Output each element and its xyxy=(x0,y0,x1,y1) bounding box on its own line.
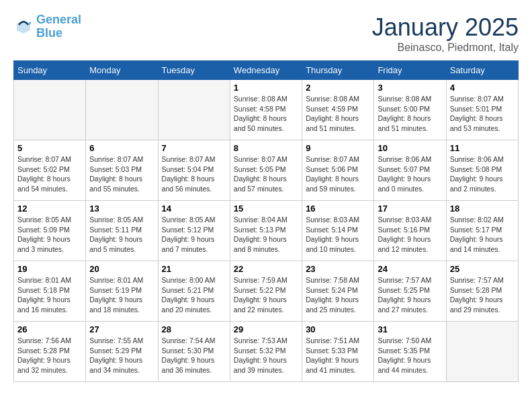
logo-line1: General xyxy=(36,13,81,26)
day-number: 8 xyxy=(234,143,298,153)
day-number: 5 xyxy=(17,143,82,153)
calendar-cell: 28Sunrise: 7:54 AMSunset: 5:30 PMDayligh… xyxy=(158,322,230,382)
calendar-cell: 10Sunrise: 8:06 AMSunset: 5:07 PMDayligh… xyxy=(374,140,446,201)
calendar-cell: 3Sunrise: 8:08 AMSunset: 5:00 PMDaylight… xyxy=(374,80,446,140)
calendar-week-3: 12Sunrise: 8:05 AMSunset: 5:09 PMDayligh… xyxy=(14,201,519,261)
calendar-cell xyxy=(86,80,158,140)
day-info: Sunrise: 8:08 AMSunset: 4:59 PMDaylight:… xyxy=(306,94,370,134)
calendar-cell: 25Sunrise: 7:57 AMSunset: 5:28 PMDayligh… xyxy=(446,261,518,322)
calendar-cell: 22Sunrise: 7:59 AMSunset: 5:22 PMDayligh… xyxy=(230,261,302,322)
calendar-cell: 31Sunrise: 7:50 AMSunset: 5:35 PMDayligh… xyxy=(374,322,446,382)
calendar-cell: 5Sunrise: 8:07 AMSunset: 5:02 PMDaylight… xyxy=(14,140,86,201)
calendar-cell: 11Sunrise: 8:06 AMSunset: 5:08 PMDayligh… xyxy=(446,140,518,201)
header-saturday: Saturday xyxy=(446,61,518,80)
calendar-cell: 29Sunrise: 7:53 AMSunset: 5:32 PMDayligh… xyxy=(230,322,302,382)
day-number: 14 xyxy=(162,203,226,214)
day-number: 15 xyxy=(234,203,298,214)
day-info: Sunrise: 8:04 AMSunset: 5:13 PMDaylight:… xyxy=(234,215,298,255)
day-info: Sunrise: 8:07 AMSunset: 5:04 PMDaylight:… xyxy=(162,154,226,194)
header-sunday: Sunday xyxy=(14,61,86,80)
day-number: 21 xyxy=(162,264,226,274)
calendar-cell: 19Sunrise: 8:01 AMSunset: 5:18 PMDayligh… xyxy=(14,261,86,322)
day-number: 10 xyxy=(378,143,442,153)
day-number: 29 xyxy=(234,324,298,334)
day-number: 23 xyxy=(306,264,370,274)
day-number: 25 xyxy=(450,264,515,274)
day-info: Sunrise: 8:07 AMSunset: 5:05 PMDaylight:… xyxy=(234,154,298,194)
calendar-table: SundayMondayTuesdayWednesdayThursdayFrid… xyxy=(13,60,519,382)
day-number: 4 xyxy=(450,83,515,93)
day-number: 31 xyxy=(378,324,442,334)
calendar-cell: 13Sunrise: 8:05 AMSunset: 5:11 PMDayligh… xyxy=(86,201,158,261)
day-number: 22 xyxy=(234,264,298,274)
day-number: 19 xyxy=(17,264,82,274)
calendar-cell: 1Sunrise: 8:08 AMSunset: 4:58 PMDaylight… xyxy=(230,80,302,140)
day-info: Sunrise: 7:57 AMSunset: 5:28 PMDaylight:… xyxy=(450,275,515,315)
day-info: Sunrise: 8:05 AMSunset: 5:12 PMDaylight:… xyxy=(162,215,226,255)
day-info: Sunrise: 7:53 AMSunset: 5:32 PMDaylight:… xyxy=(234,336,298,375)
day-info: Sunrise: 8:01 AMSunset: 5:18 PMDaylight:… xyxy=(17,275,82,315)
day-number: 24 xyxy=(378,264,442,274)
calendar-week-1: 1Sunrise: 8:08 AMSunset: 4:58 PMDaylight… xyxy=(14,80,519,140)
day-info: Sunrise: 7:57 AMSunset: 5:25 PMDaylight:… xyxy=(378,275,442,315)
calendar-week-5: 26Sunrise: 7:56 AMSunset: 5:28 PMDayligh… xyxy=(14,322,519,382)
page-header: General Blue January 2025 Beinasco, Pied… xyxy=(13,13,519,54)
day-info: Sunrise: 7:59 AMSunset: 5:22 PMDaylight:… xyxy=(234,275,298,315)
day-number: 6 xyxy=(89,143,154,153)
calendar-cell: 2Sunrise: 8:08 AMSunset: 4:59 PMDaylight… xyxy=(302,80,374,140)
calendar-cell: 17Sunrise: 8:03 AMSunset: 5:16 PMDayligh… xyxy=(374,201,446,261)
day-info: Sunrise: 8:06 AMSunset: 5:07 PMDaylight:… xyxy=(378,154,442,194)
header-thursday: Thursday xyxy=(302,61,374,80)
day-info: Sunrise: 8:08 AMSunset: 4:58 PMDaylight:… xyxy=(234,94,298,134)
calendar-cell: 20Sunrise: 8:01 AMSunset: 5:19 PMDayligh… xyxy=(86,261,158,322)
day-info: Sunrise: 8:07 AMSunset: 5:02 PMDaylight:… xyxy=(17,154,82,194)
day-info: Sunrise: 8:03 AMSunset: 5:16 PMDaylight:… xyxy=(378,215,442,255)
calendar-cell: 16Sunrise: 8:03 AMSunset: 5:14 PMDayligh… xyxy=(302,201,374,261)
calendar-cell xyxy=(446,322,518,382)
day-info: Sunrise: 8:07 AMSunset: 5:01 PMDaylight:… xyxy=(450,94,515,134)
logo-line2: Blue xyxy=(36,26,62,40)
calendar-cell: 21Sunrise: 8:00 AMSunset: 5:21 PMDayligh… xyxy=(158,261,230,322)
calendar-week-2: 5Sunrise: 8:07 AMSunset: 5:02 PMDaylight… xyxy=(14,140,519,201)
day-number: 9 xyxy=(306,143,370,153)
month-title: January 2025 xyxy=(372,13,519,42)
header-monday: Monday xyxy=(86,61,158,80)
day-info: Sunrise: 8:06 AMSunset: 5:08 PMDaylight:… xyxy=(450,154,515,194)
calendar-cell: 7Sunrise: 8:07 AMSunset: 5:04 PMDaylight… xyxy=(158,140,230,201)
location: Beinasco, Piedmont, Italy xyxy=(372,42,519,54)
day-info: Sunrise: 8:01 AMSunset: 5:19 PMDaylight:… xyxy=(89,275,154,315)
day-info: Sunrise: 8:03 AMSunset: 5:14 PMDaylight:… xyxy=(306,215,370,255)
logo-icon xyxy=(13,17,34,37)
calendar-cell: 18Sunrise: 8:02 AMSunset: 5:17 PMDayligh… xyxy=(446,201,518,261)
calendar-cell xyxy=(158,80,230,140)
day-info: Sunrise: 8:05 AMSunset: 5:09 PMDaylight:… xyxy=(17,215,82,255)
day-info: Sunrise: 7:56 AMSunset: 5:28 PMDaylight:… xyxy=(17,336,82,375)
day-number: 3 xyxy=(378,83,442,93)
day-number: 13 xyxy=(89,203,154,214)
day-info: Sunrise: 7:50 AMSunset: 5:35 PMDaylight:… xyxy=(378,336,442,375)
day-number: 26 xyxy=(17,324,82,334)
day-number: 2 xyxy=(306,83,370,93)
title-block: January 2025 Beinasco, Piedmont, Italy xyxy=(372,13,519,54)
day-number: 18 xyxy=(450,203,515,214)
calendar-cell: 23Sunrise: 7:58 AMSunset: 5:24 PMDayligh… xyxy=(302,261,374,322)
calendar-cell: 8Sunrise: 8:07 AMSunset: 5:05 PMDaylight… xyxy=(230,140,302,201)
day-number: 1 xyxy=(234,83,298,93)
day-number: 30 xyxy=(306,324,370,334)
logo: General Blue xyxy=(13,13,81,40)
calendar-cell: 12Sunrise: 8:05 AMSunset: 5:09 PMDayligh… xyxy=(14,201,86,261)
day-number: 17 xyxy=(378,203,442,214)
day-number: 27 xyxy=(89,324,154,334)
calendar-cell xyxy=(14,80,86,140)
day-info: Sunrise: 7:54 AMSunset: 5:30 PMDaylight:… xyxy=(162,336,226,375)
day-number: 11 xyxy=(450,143,515,153)
logo-text: General Blue xyxy=(36,13,81,40)
day-number: 7 xyxy=(162,143,226,153)
day-info: Sunrise: 7:51 AMSunset: 5:33 PMDaylight:… xyxy=(306,336,370,375)
calendar-header-row: SundayMondayTuesdayWednesdayThursdayFrid… xyxy=(14,61,519,80)
day-info: Sunrise: 8:05 AMSunset: 5:11 PMDaylight:… xyxy=(89,215,154,255)
day-info: Sunrise: 8:07 AMSunset: 5:06 PMDaylight:… xyxy=(306,154,370,194)
day-info: Sunrise: 7:55 AMSunset: 5:29 PMDaylight:… xyxy=(89,336,154,375)
day-info: Sunrise: 8:07 AMSunset: 5:03 PMDaylight:… xyxy=(89,154,154,194)
day-info: Sunrise: 8:02 AMSunset: 5:17 PMDaylight:… xyxy=(450,215,515,255)
